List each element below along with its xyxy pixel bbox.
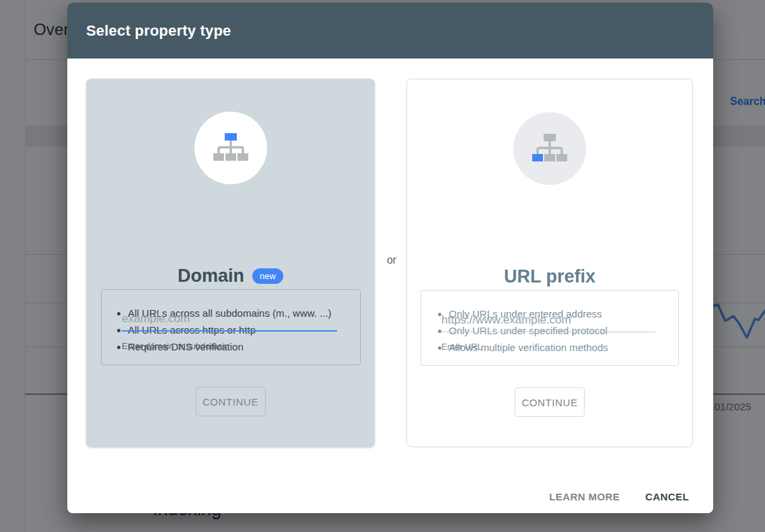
new-badge: new <box>252 268 283 284</box>
url-prefix-icon-circle <box>513 112 586 185</box>
url-prefix-option-card: URL prefix Only URLs under entered addre… <box>406 79 693 447</box>
domain-input[interactable] <box>122 307 337 332</box>
cancel-button[interactable]: CANCEL <box>645 491 689 502</box>
url-prefix-input-helper: Enter URL <box>441 342 482 352</box>
domain-input-box: Enter domain or subdomain <box>101 289 361 365</box>
sitemap-icon <box>211 131 250 165</box>
url-prefix-continue-button[interactable]: CONTINUE <box>515 387 585 417</box>
select-property-type-dialog: Select property type Domain new <box>67 3 713 513</box>
domain-card-title: Domain <box>178 266 244 287</box>
domain-title-row: Domain new <box>86 266 375 287</box>
url-prefix-card-title: URL prefix <box>504 266 595 287</box>
domain-input-helper: Enter domain or subdomain <box>122 341 229 351</box>
dialog-title: Select property type <box>86 22 231 40</box>
dialog-footer: LEARN MORE CANCEL <box>549 491 689 502</box>
domain-option-card: Domain new All URLs across all subdomain… <box>86 79 375 447</box>
domain-continue-button[interactable]: CONTINUE <box>196 387 266 416</box>
domain-icon-circle <box>194 112 267 184</box>
or-separator: or <box>378 254 405 266</box>
url-prefix-input-box: Enter URL <box>421 290 679 366</box>
url-prefix-title-row: URL prefix <box>407 266 692 287</box>
url-prefix-input[interactable] <box>441 308 655 332</box>
sitemap-icon <box>530 132 569 165</box>
dialog-header: Select property type <box>67 3 713 59</box>
learn-more-button[interactable]: LEARN MORE <box>549 491 620 502</box>
